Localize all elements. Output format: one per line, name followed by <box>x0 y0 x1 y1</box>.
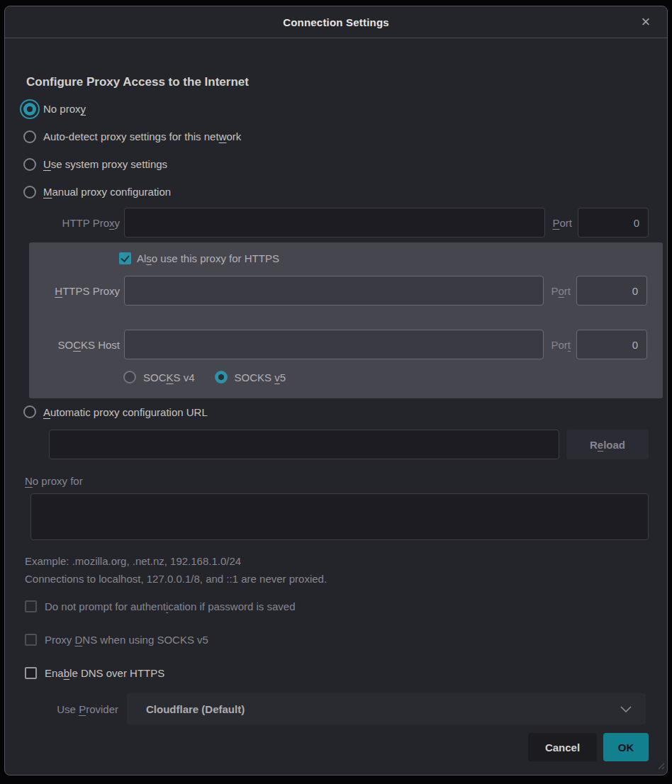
auto-url-label: Automatic proxy configuration URL <box>43 406 208 418</box>
auto-url-row: Reload <box>49 430 649 459</box>
http-port-input[interactable] <box>578 208 649 237</box>
ok-button[interactable]: OK <box>603 733 649 761</box>
proxy-mode-label: Auto-detect proxy settings for this netw… <box>43 130 241 142</box>
option-no-auth-prompt[interactable]: Do not prompt for authentication if pass… <box>25 598 649 615</box>
http-proxy-row: HTTP Proxy Port <box>23 208 649 237</box>
resize-grip-icon[interactable] <box>657 760 665 773</box>
dialog-title: Connection Settings <box>283 16 389 28</box>
doh-provider-row: Use Provider Cloudflare (Default) <box>23 693 649 724</box>
reload-button[interactable]: Reload <box>566 430 649 459</box>
no-proxy-note-text: Connections to localhost, 127.0.0.1/8, a… <box>25 573 649 585</box>
doh-provider-select[interactable]: Cloudflare (Default) <box>127 693 646 724</box>
http-proxy-label: HTTP Proxy <box>23 217 120 229</box>
dialog-titlebar: Connection Settings × <box>5 6 667 38</box>
socks-v5-label: SOCKS v5 <box>235 371 286 383</box>
share-proxy-checkbox-row[interactable]: Also use this proxy for HTTPS <box>119 250 647 267</box>
socks-host-label: SOCKS Host <box>29 339 120 351</box>
radio-icon <box>23 130 36 143</box>
dialog-body: Configure Proxy Access to the Internet N… <box>5 75 667 761</box>
use-provider-label: Use Provider <box>23 703 118 715</box>
proxy-mode-auto-url[interactable]: Automatic proxy configuration URL <box>23 403 649 421</box>
option-enable-doh[interactable]: Enable DNS over HTTPS <box>25 664 649 681</box>
connection-settings-dialog: Connection Settings × Configure Proxy Ac… <box>4 6 668 775</box>
radio-selected-icon <box>23 103 36 116</box>
http-proxy-input[interactable] <box>124 208 545 237</box>
page-title: Configure Proxy Access to the Internet <box>26 75 649 89</box>
proxy-mode-system[interactable]: Use system proxy settings <box>23 150 649 178</box>
close-icon[interactable]: × <box>634 11 657 33</box>
socks-port-input[interactable] <box>576 330 647 359</box>
https-proxy-label: HTTPS Proxy <box>29 285 120 297</box>
https-proxy-row: HTTPS Proxy Port <box>29 276 647 306</box>
no-proxy-for-label: No proxy for <box>25 475 649 487</box>
socks-port-label: Port <box>551 339 571 351</box>
chevron-down-icon <box>620 706 632 712</box>
checkbox-icon <box>25 634 37 646</box>
socks-host-row: SOCKS Host Port <box>29 330 647 359</box>
proxy-mode-manual[interactable]: Manual proxy configuration <box>23 178 649 206</box>
proxy-mode-label: Use system proxy settings <box>43 158 167 170</box>
socks-host-input[interactable] <box>124 330 544 359</box>
socks-v4-radio[interactable]: SOCKS v4 <box>123 368 195 386</box>
proxy-mode-label: Manual proxy configuration <box>43 186 171 198</box>
https-port-label: Port <box>551 285 571 297</box>
https-socks-highlight-panel: Also use this proxy for HTTPS HTTPS Prox… <box>29 242 663 398</box>
socks-version-group: SOCKS v4 SOCKS v5 <box>123 368 647 386</box>
https-port-input[interactable] <box>576 276 647 306</box>
option-label: Proxy DNS when using SOCKS v5 <box>45 634 208 646</box>
https-proxy-input[interactable] <box>124 276 544 306</box>
dialog-footer: Cancel OK <box>23 733 649 761</box>
proxy-mode-label: No proxy <box>43 103 86 115</box>
radio-icon <box>23 158 36 171</box>
option-label: Do not prompt for authentication if pass… <box>45 600 296 612</box>
checkbox-icon <box>25 667 37 679</box>
share-proxy-label: Also use this proxy for HTTPS <box>137 252 279 264</box>
doh-provider-value: Cloudflare (Default) <box>146 703 620 715</box>
option-proxy-dns-socks5[interactable]: Proxy DNS when using SOCKS v5 <box>25 631 649 648</box>
option-label: Enable DNS over HTTPS <box>45 667 164 679</box>
radio-selected-icon <box>215 371 228 383</box>
radio-icon <box>23 186 36 198</box>
checkbox-checked-icon <box>119 252 131 264</box>
no-proxy-for-textarea[interactable] <box>30 493 649 540</box>
radio-icon <box>123 371 136 383</box>
proxy-mode-no-proxy[interactable]: No proxy <box>23 95 649 123</box>
radio-icon <box>23 405 36 418</box>
socks-v4-label: SOCKS v4 <box>143 371 195 383</box>
no-proxy-example-text: Example: .mozilla.org, .net.nz, 192.168.… <box>25 555 649 567</box>
proxy-mode-auto-detect[interactable]: Auto-detect proxy settings for this netw… <box>23 123 649 150</box>
http-port-label: Port <box>552 217 572 229</box>
auto-config-url-input[interactable] <box>49 430 559 459</box>
socks-v5-radio[interactable]: SOCKS v5 <box>215 368 286 386</box>
checkbox-icon <box>25 600 37 612</box>
cancel-button[interactable]: Cancel <box>528 733 597 761</box>
